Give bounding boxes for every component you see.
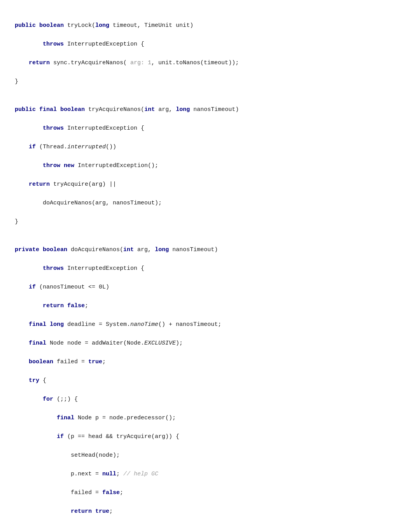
- line-12: }: [8, 217, 412, 227]
- line-22: for (;;) {: [8, 395, 412, 404]
- line-25: setHead(node);: [8, 451, 412, 460]
- line-17: return false;: [8, 301, 412, 311]
- line-1: public boolean tryLock(long timeout, Tim…: [8, 21, 412, 30]
- line-3: return sync.tryAcquireNanos( arg: 1, uni…: [8, 58, 412, 68]
- line-27: failed = false;: [8, 488, 412, 498]
- line-4: }: [8, 77, 412, 86]
- line-20: boolean failed = true;: [8, 357, 412, 367]
- line-21: try {: [8, 376, 412, 385]
- line-18: final long deadline = System.nanoTime() …: [8, 320, 412, 329]
- line-24: if (p == head && tryAcquire(arg)) {: [8, 432, 412, 442]
- line-26: p.next = null; // help GC: [8, 470, 412, 479]
- line-7: throws InterruptedException {: [8, 124, 412, 133]
- line-8: if (Thread.interrupted()): [8, 143, 412, 152]
- line-11: doAcquireNanos(arg, nanosTimeout);: [8, 199, 412, 208]
- code-container: public boolean tryLock(long timeout, Tim…: [0, 0, 420, 519]
- line-2: throws InterruptedException {: [8, 40, 412, 49]
- line-15: throws InterruptedException {: [8, 264, 412, 273]
- line-10: return tryAcquire(arg) ||: [8, 180, 412, 189]
- line-9: throw new InterruptedException();: [8, 161, 412, 171]
- line-6: public final boolean tryAcquireNanos(int…: [8, 105, 412, 114]
- line-23: final Node p = node.predecessor();: [8, 413, 412, 423]
- line-19: final Node node = addWaiter(Node.EXCLUSI…: [8, 339, 412, 348]
- code-block: public boolean tryLock(long timeout, Tim…: [8, 12, 412, 519]
- line-14: private boolean doAcquireNanos(int arg, …: [8, 245, 412, 255]
- line-16: if (nanosTimeout <= 0L): [8, 283, 412, 292]
- line-28: return true;: [8, 507, 412, 516]
